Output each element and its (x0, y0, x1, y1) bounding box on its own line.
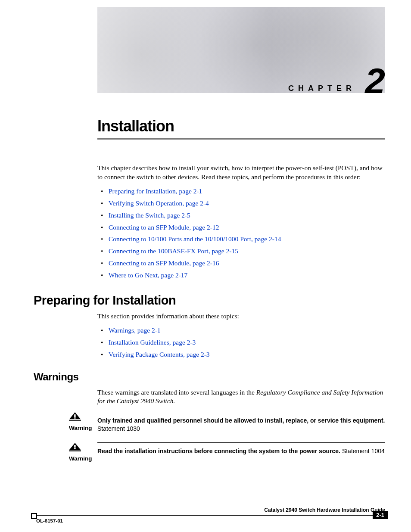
warning-icon (69, 442, 97, 454)
toc-link[interactable]: Connecting to an SFP Module, page 2-12 (109, 224, 219, 231)
heading-preparing: Preparing for Installation (34, 293, 411, 308)
toc-link[interactable]: Installing the Switch, page 2-5 (109, 212, 190, 219)
preparing-list: Warnings, page 2-1 Installation Guidelin… (97, 324, 385, 361)
svg-rect-3 (74, 445, 75, 448)
page-footer: Catalyst 2940 Switch Hardware Installati… (0, 507, 411, 523)
toc-link[interactable]: Where to Go Next, page 2-17 (109, 271, 187, 279)
warning-icon (69, 412, 97, 423)
toc-link[interactable]: Connecting to the 100BASE-FX Port, page … (109, 247, 238, 255)
title-rule (97, 138, 385, 140)
preparing-link[interactable]: Verifying Package Contents, page 2-3 (109, 351, 210, 358)
svg-rect-1 (74, 417, 75, 419)
footer-page-number: 2-1 (373, 511, 388, 519)
svg-rect-2 (69, 420, 81, 421)
toc-list: Preparing for Installation, page 2-1 Ver… (97, 185, 385, 281)
footer-rule: 2-1 (34, 515, 385, 516)
warning-label: Warning (69, 425, 92, 431)
preparing-link[interactable]: Warnings, page 2-1 (109, 327, 161, 334)
page-title: Installation (97, 117, 411, 135)
preparing-intro: This section provides information about … (97, 312, 385, 321)
warning-label: Warning (69, 455, 92, 462)
warning-block: Warning Only trained and qualified perso… (69, 412, 385, 433)
warning-block: Warning Read the installation instructio… (69, 442, 385, 462)
footer-doc-id: OL-6157-01 (36, 518, 411, 523)
preparing-link[interactable]: Installation Guidelines, page 2-3 (109, 339, 196, 346)
toc-link[interactable]: Connecting to an SFP Module, page 2-16 (109, 259, 219, 267)
svg-rect-4 (74, 448, 75, 449)
warning-text: Only trained and qualified personnel sho… (97, 412, 385, 433)
warnings-intro: These warnings are translated into sever… (97, 388, 385, 406)
heading-warnings: Warnings (34, 371, 411, 383)
footer-guide-title: Catalyst 2940 Switch Hardware Installati… (0, 507, 385, 513)
warning-text: Read the installation instructions befor… (97, 442, 385, 455)
chapter-banner: CHAPTER 2 (97, 7, 385, 93)
toc-link[interactable]: Preparing for Installation, page 2-1 (109, 187, 202, 195)
chapter-number: 2 (365, 63, 385, 93)
toc-link[interactable]: Verifying Switch Operation, page 2-4 (109, 199, 209, 207)
toc-link[interactable]: Connecting to 10/100 Ports and the 10/10… (109, 235, 281, 243)
svg-rect-0 (74, 414, 75, 417)
intro-paragraph: This chapter describes how to install yo… (97, 164, 385, 182)
chapter-label: CHAPTER (288, 84, 356, 93)
svg-rect-5 (69, 451, 81, 451)
